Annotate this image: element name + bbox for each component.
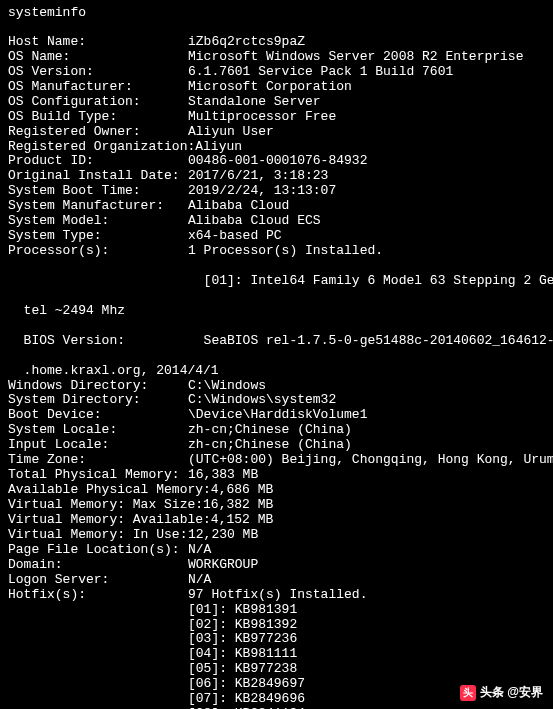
info-value: Standalone Server <box>188 94 321 109</box>
info-row: Available Physical Memory:4,686 MB <box>8 483 545 498</box>
info-row: Total Physical Memory:16,383 MB <box>8 468 545 483</box>
info-row: Windows Directory:C:\Windows <box>8 379 545 394</box>
info-label: Original Install Date: <box>8 169 188 184</box>
info-value: 00486-001-0001076-84932 <box>188 153 367 168</box>
info-label: OS Manufacturer: <box>8 80 188 95</box>
info-value: N/A <box>188 542 211 557</box>
info-value: \Device\HarddiskVolume1 <box>188 407 367 422</box>
info-row: Virtual Memory: Max Size:16,382 MB <box>8 498 545 513</box>
info-value: Alibaba Cloud ECS <box>188 213 321 228</box>
info-value: 16,382 MB <box>203 497 273 512</box>
info-value: 16,383 MB <box>188 467 258 482</box>
info-label: Virtual Memory: Available: <box>8 513 211 528</box>
info-row: System Model:Alibaba Cloud ECS <box>8 214 545 229</box>
info-row: OS Configuration:Standalone Server <box>8 95 545 110</box>
watermark: 头 头条 @安界 <box>460 685 543 701</box>
hotfix-entry: [01]: KB981391 <box>8 603 545 618</box>
hotfix-entry: [04]: KB981111 <box>8 647 545 662</box>
info-label: OS Version: <box>8 65 188 80</box>
info-label: OS Configuration: <box>8 95 188 110</box>
info-label: Host Name: <box>8 35 188 50</box>
info-label: Page File Location(s): <box>8 543 188 558</box>
info-row: Virtual Memory: In Use:12,230 MB <box>8 528 545 543</box>
info-label: Virtual Memory: In Use: <box>8 528 188 543</box>
info-label: Registered Owner: <box>8 125 188 140</box>
info-label: Virtual Memory: Max Size: <box>8 498 203 513</box>
info-row: Hotfix(s):97 Hotfix(s) Installed. <box>8 588 545 603</box>
info-value: WORKGROUP <box>188 557 258 572</box>
info-label: Boot Device: <box>8 408 188 423</box>
info-row: Host Name:iZb6q2rctcs9paZ <box>8 35 545 50</box>
systeminfo-output: Host Name:iZb6q2rctcs9paZOS Name:Microso… <box>8 35 545 259</box>
info-row: Logon Server:N/A <box>8 573 545 588</box>
info-label: Domain: <box>8 558 188 573</box>
info-value: 4,686 MB <box>211 482 273 497</box>
hotfix-entry: [03]: KB977236 <box>8 632 545 647</box>
tel-line: tel ~2494 Mhz <box>8 289 545 319</box>
info-row: Registered Organization:Aliyun <box>8 140 545 155</box>
hotfix-entry: [05]: KB977238 <box>8 662 545 677</box>
hotfix-entry: [02]: KB981392 <box>8 618 545 633</box>
info-value: 6.1.7601 Service Pack 1 Build 7601 <box>188 64 453 79</box>
bios-row: BIOS Version:SeaBIOS rel-1.7.5-0-ge51488… <box>8 319 545 349</box>
info-label: System Type: <box>8 229 188 244</box>
info-row: Time Zone:(UTC+08:00) Beijing, Chongqing… <box>8 453 545 468</box>
info-row: System Directory:C:\Windows\system32 <box>8 393 545 408</box>
bios-label: BIOS Version: <box>24 334 204 349</box>
info-value: 12,230 MB <box>188 527 258 542</box>
info-label: System Boot Time: <box>8 184 188 199</box>
info-label: Total Physical Memory: <box>8 468 188 483</box>
info-row: OS Manufacturer:Microsoft Corporation <box>8 80 545 95</box>
info-label: Input Locale: <box>8 438 188 453</box>
info-row: System Locale:zh-cn;Chinese (China) <box>8 423 545 438</box>
info-row: Product ID:00486-001-0001076-84932 <box>8 154 545 169</box>
info-row: OS Name:Microsoft Windows Server 2008 R2… <box>8 50 545 65</box>
info-label: Product ID: <box>8 154 188 169</box>
info-row: System Type:x64-based PC <box>8 229 545 244</box>
info-row: System Boot Time:2019/2/24, 13:13:07 <box>8 184 545 199</box>
info-label: OS Name: <box>8 50 188 65</box>
info-row: OS Build Type:Multiprocessor Free <box>8 110 545 125</box>
info-value: 1 Processor(s) Installed. <box>188 243 383 258</box>
info-label: Registered Organization: <box>8 140 195 155</box>
info-value: Alibaba Cloud <box>188 198 289 213</box>
info-label: System Model: <box>8 214 188 229</box>
info-label: Time Zone: <box>8 453 188 468</box>
info-value: 2017/6/21, 3:18:23 <box>188 168 328 183</box>
info-value: Aliyun User <box>188 124 274 139</box>
info-label: Available Physical Memory: <box>8 483 211 498</box>
command-line: systeminfo <box>8 6 545 21</box>
info-row: Domain:WORKGROUP <box>8 558 545 573</box>
info-value: zh-cn;Chinese (China) <box>188 437 352 452</box>
info-row: OS Version:6.1.7601 Service Pack 1 Build… <box>8 65 545 80</box>
command-text: systeminfo <box>8 5 86 20</box>
info-label: System Locale: <box>8 423 188 438</box>
bios-cont: .home.kraxl.org, 2014/4/1 <box>8 349 545 379</box>
info-label: Windows Directory: <box>8 379 188 394</box>
info-row: Virtual Memory: Available:4,152 MB <box>8 513 545 528</box>
info-row: Original Install Date:2017/6/21, 3:18:23 <box>8 169 545 184</box>
info-label: Processor(s): <box>8 244 188 259</box>
info-label: OS Build Type: <box>8 110 188 125</box>
info-label: Logon Server: <box>8 573 188 588</box>
info-value: Multiprocessor Free <box>188 109 336 124</box>
info-row: Registered Owner:Aliyun User <box>8 125 545 140</box>
info-value: 4,152 MB <box>211 512 273 527</box>
bios-value: SeaBIOS rel-1.7.5-0-ge51488c-20140602_16… <box>204 333 553 348</box>
info-label: System Directory: <box>8 393 188 408</box>
info-value: (UTC+08:00) Beijing, Chongqing, Hong Kon… <box>188 452 553 467</box>
info-row: Boot Device:\Device\HarddiskVolume1 <box>8 408 545 423</box>
info-value: Microsoft Corporation <box>188 79 352 94</box>
info-row: System Manufacturer:Alibaba Cloud <box>8 199 545 214</box>
info-label: System Manufacturer: <box>8 199 188 214</box>
info-value: C:\Windows <box>188 378 266 393</box>
info-row: Page File Location(s):N/A <box>8 543 545 558</box>
info-value: x64-based PC <box>188 228 282 243</box>
info-value: Aliyun <box>195 139 242 154</box>
info-value: iZb6q2rctcs9paZ <box>188 34 305 49</box>
systeminfo-output-2: Windows Directory:C:\WindowsSystem Direc… <box>8 379 545 603</box>
info-value: N/A <box>188 572 211 587</box>
info-value: 97 Hotfix(s) Installed. <box>188 587 367 602</box>
info-row: Processor(s):1 Processor(s) Installed. <box>8 244 545 259</box>
info-label: Hotfix(s): <box>8 588 188 603</box>
